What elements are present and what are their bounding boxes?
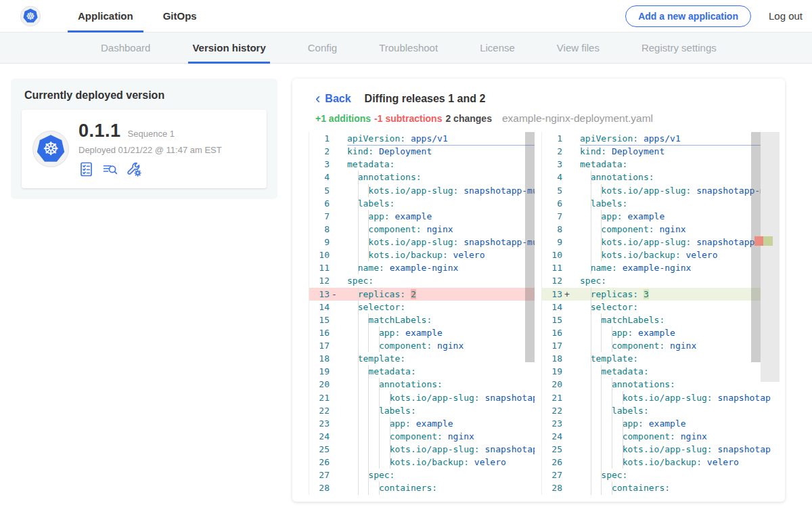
code-line: 19 metadata: <box>309 365 535 378</box>
kubernetes-logo[interactable]: ☸ <box>20 6 41 26</box>
line-number: 8 <box>542 223 562 236</box>
code-line: 23 app: example <box>542 417 780 430</box>
code-line: 22 labels: <box>309 404 535 417</box>
line-number: 1 <box>542 132 562 145</box>
diff-card: ‹ Back Diffing releases 1 and 2 +1 addit… <box>292 79 785 502</box>
scrollbar-thumb[interactable] <box>751 132 761 362</box>
code-line: 28 containers: <box>309 481 535 494</box>
deployed-version-card: ☸ 0.1.1 Sequence 1 Deployed 01/21/22 @ 1… <box>22 110 267 188</box>
code-line: 24 component: nginx <box>309 430 535 443</box>
line-number: 17 <box>542 339 562 352</box>
code-text: app: example <box>572 417 780 430</box>
diff-sign <box>330 313 339 326</box>
diff-pane-left[interactable]: 1apiVersion: apps/v12kind: Deployment3me… <box>309 132 535 495</box>
logout-button[interactable]: Log out <box>769 10 803 22</box>
code-text: component: nginx <box>572 223 780 236</box>
line-number: 24 <box>309 430 330 443</box>
code-text: kots.io/backup: velero <box>339 456 535 469</box>
code-line: 26 kots.io/backup: velero <box>542 456 780 469</box>
line-number: 18 <box>542 352 562 365</box>
diff-header: ‹ Back Diffing releases 1 and 2 <box>292 79 785 105</box>
preflight-checklist-icon[interactable] <box>78 161 95 177</box>
code-line: 20 annotations: <box>542 378 780 391</box>
diff-sign <box>330 326 339 339</box>
diff-sign <box>330 184 339 197</box>
diff-sign <box>562 132 572 145</box>
overview-ruler <box>761 132 780 382</box>
code-line: 18 template: <box>542 352 780 365</box>
code-text: apiVersion: apps/v1 <box>572 132 780 145</box>
diff-sign <box>562 378 572 391</box>
code-line: 18 template: <box>309 352 535 365</box>
subtractions-count: -1 subtractions <box>374 113 442 124</box>
tab-version-history[interactable]: Version history <box>188 32 269 64</box>
code-text: kots.io/app-slug: snapshotapp-mu <box>339 184 535 197</box>
code-text: replicas: 2 <box>339 288 535 301</box>
line-number: 10 <box>542 248 562 261</box>
code-line: 21 kots.io/app-slug: snapshotap <box>309 391 535 404</box>
diff-sign <box>330 456 339 469</box>
code-line: 26 kots.io/backup: velero <box>309 456 535 469</box>
diff-sign <box>330 171 339 183</box>
line-number: 26 <box>309 456 330 469</box>
scrollbar-thumb[interactable] <box>525 132 535 362</box>
code-line: 25 kots.io/app-slug: snapshotap <box>309 443 535 456</box>
code-line: 7 app: example <box>309 210 535 223</box>
add-application-button[interactable]: Add a new application <box>625 5 751 27</box>
deployed-version-title: Currently deployed version <box>11 79 277 110</box>
deployed-version-panel: Currently deployed version ☸ 0.1.1 Seque… <box>11 79 277 199</box>
code-text: template: <box>339 352 535 365</box>
line-number: 14 <box>309 301 330 313</box>
diff-sign <box>562 339 572 352</box>
diff-sign <box>562 469 572 481</box>
main-content: Currently deployed version ☸ 0.1.1 Seque… <box>0 64 812 502</box>
diff-sign <box>562 171 572 183</box>
tab-config[interactable]: Config <box>304 32 341 64</box>
ruler-deletion-mark <box>754 236 763 246</box>
code-line: 6 labels: <box>542 197 780 210</box>
code-line: 10 kots.io/backup: velero <box>309 248 535 261</box>
code-line: 8 component: nginx <box>542 223 780 236</box>
diff-sign <box>562 352 572 365</box>
line-number: 28 <box>542 481 562 494</box>
tab-gitops[interactable]: GitOps <box>153 0 207 32</box>
code-line: 14 selector: <box>542 301 780 313</box>
code-text: labels: <box>339 197 535 210</box>
code-text: component: nginx <box>339 430 535 443</box>
diff-sign <box>330 210 339 223</box>
diff-sign <box>562 326 572 339</box>
tab-dashboard[interactable]: Dashboard <box>97 32 154 64</box>
line-number: 7 <box>542 210 562 223</box>
code-line: 9 kots.io/app-slug: snapshotapp-mu <box>309 236 535 248</box>
line-number: 25 <box>309 443 330 456</box>
tab-application[interactable]: Application <box>68 0 143 32</box>
code-line: 9 kots.io/app-slug: snapshotapp-mu <box>542 236 780 248</box>
code-line: 13- replicas: 2 <box>309 288 535 301</box>
line-number: 21 <box>542 391 562 404</box>
code-text: component: nginx <box>572 430 780 443</box>
tab-license[interactable]: License <box>476 32 519 64</box>
diff-pane-right[interactable]: 1apiVersion: apps/v12kind: Deployment3me… <box>541 132 780 495</box>
code-text: containers: <box>339 481 535 494</box>
line-number: 17 <box>309 339 330 352</box>
line-number: 6 <box>542 197 562 210</box>
diff-sign <box>330 158 339 171</box>
code-text: labels: <box>572 197 780 210</box>
diff-sign <box>562 481 572 494</box>
diff-sign <box>562 391 572 404</box>
diff-sign <box>330 261 339 274</box>
back-button[interactable]: ‹ Back <box>315 93 351 105</box>
line-number: 16 <box>309 326 330 339</box>
diff-sign <box>562 248 572 261</box>
diff-sign <box>330 404 339 417</box>
line-number: 8 <box>309 223 330 236</box>
tab-troubleshoot[interactable]: Troubleshoot <box>375 32 442 64</box>
deploy-logs-icon[interactable] <box>102 161 119 177</box>
tab-view-files[interactable]: View files <box>553 32 604 64</box>
code-text: spec: <box>339 274 535 287</box>
tab-registry-settings[interactable]: Registry settings <box>637 32 721 64</box>
diff-sign <box>330 378 339 391</box>
line-number: 15 <box>309 313 330 326</box>
line-number: 14 <box>542 301 562 313</box>
configure-wrench-icon[interactable] <box>126 161 142 177</box>
